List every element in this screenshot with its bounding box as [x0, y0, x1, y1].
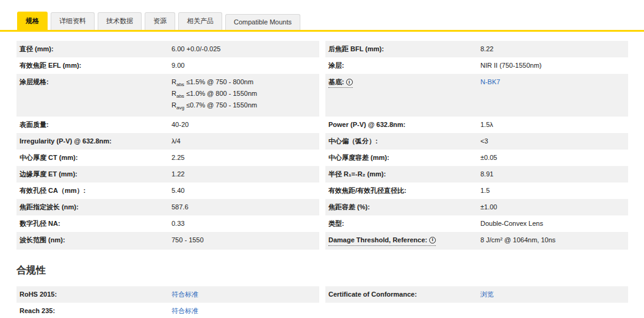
spec-value: ±1.00	[480, 199, 628, 215]
spec-value: 1.5	[480, 182, 628, 199]
spec-value: <3	[480, 133, 628, 150]
spec-label: 有效焦距 EFL (mm):	[16, 57, 172, 74]
spec-value: ±0.05	[480, 150, 628, 166]
spec-value: 5.40	[172, 182, 319, 199]
info-icon[interactable]	[429, 237, 436, 244]
spec-row-wavelength-range: 波长范围 (nm): 750 - 1550 Damage Threshold, …	[16, 232, 628, 250]
spec-label: Irregularity (P-V) @ 632.8nm:	[16, 133, 172, 150]
spec-label: 焦距指定波长 (nm):	[16, 199, 172, 215]
reach-compliant-link[interactable]: 符合标准	[172, 307, 198, 314]
spec-row-clear-aperture: 有效孔径 CA（mm）: 5.40 有效焦距/有效孔径直径比: 1.5	[16, 182, 628, 199]
spec-label: 后焦距 BFL (mm):	[325, 41, 480, 57]
spec-row-irregularity: Irregularity (P-V) @ 632.8nm: λ/4 中心偏（弧分…	[16, 133, 628, 150]
spec-value: 9.00	[172, 57, 319, 74]
spec-label: 有效孔径 CA（mm）:	[16, 182, 172, 199]
spec-row-surface-quality: 表面质量: 40-20 Power (P-V) @ 632.8nm: 1.5λ	[16, 117, 628, 133]
tab-resources[interactable]: 资源	[145, 12, 175, 30]
tab-details[interactable]: 详细资料	[51, 12, 95, 30]
tab-specs[interactable]: 规格	[17, 12, 48, 30]
spec-label: 涂层规格:	[16, 74, 172, 90]
spec-label: Power (P-V) @ 632.8nm:	[325, 117, 480, 133]
certificate-view-link[interactable]: 浏览	[480, 291, 494, 298]
rohs-compliant-link[interactable]: 符合标准	[172, 291, 198, 298]
spec-value: λ/4	[172, 133, 319, 150]
compliance-heading: 合规性	[16, 264, 644, 277]
spec-row-diameter: 直径 (mm): 6.00 +0.0/-0.025 后焦距 BFL (mm): …	[16, 41, 628, 57]
spec-label: Reach 235:	[16, 303, 172, 318]
spec-value: 8.91	[480, 166, 628, 182]
spec-value: 1.22	[172, 166, 319, 182]
damage-threshold-tooltip-trigger[interactable]: Damage Threshold, Reference:	[328, 236, 436, 246]
spec-label: 直径 (mm):	[16, 41, 172, 57]
substrate-tooltip-trigger[interactable]: 基底:	[328, 78, 353, 88]
tab-bar: 规格 详细资料 技术数据 资源 相关产品 Compatible Mounts	[0, 0, 644, 32]
spec-label: 焦距容差 (%):	[325, 199, 480, 215]
tab-compatible-mounts[interactable]: Compatible Mounts	[225, 14, 300, 30]
spec-value: 6.00 +0.0/-0.025	[172, 41, 319, 57]
spec-label: Certificate of Conformance:	[325, 286, 480, 303]
compliance-row-rohs: RoHS 2015: 符合标准 Certificate of Conforman…	[16, 286, 628, 303]
spec-label: Damage Threshold, Reference:	[328, 236, 427, 245]
spec-value: Double-Convex Lens	[480, 215, 628, 232]
compliance-table: RoHS 2015: 符合标准 Certificate of Conforman…	[16, 286, 628, 318]
spec-row-center-thickness: 中心厚度 CT (mm): 2.25 中心厚度容差 (mm): ±0.05	[16, 150, 628, 166]
spec-row-design-wavelength: 焦距指定波长 (nm): 587.6 焦距容差 (%): ±1.00	[16, 199, 628, 215]
spec-row-numerical-aperture: 数字孔径 NA: 0.33 类型: Double-Convex Lens	[16, 215, 628, 232]
specifications-table: 直径 (mm): 6.00 +0.0/-0.025 后焦距 BFL (mm): …	[16, 41, 628, 250]
spec-label: 数字孔径 NA:	[16, 215, 172, 232]
spec-label: 中心偏（弧分）:	[325, 133, 480, 150]
spec-value: Rabs ≤1.5% @ 750 - 800nmRabs ≤1.0% @ 800…	[172, 74, 319, 117]
spec-label: 基底:	[328, 78, 344, 87]
spec-value: 0.33	[172, 215, 319, 232]
spec-value: 40-20	[172, 117, 319, 133]
compliance-row-reach: Reach 235: 符合标准	[16, 303, 628, 318]
spec-value: 750 - 1550	[172, 232, 319, 248]
spec-value: NIR II (750-1550nm)	[480, 57, 628, 74]
spec-label: 半径 R₁=-R₂ (mm):	[325, 166, 480, 182]
spec-row-efl: 有效焦距 EFL (mm): 9.00 涂层: NIR II (750-1550…	[16, 57, 628, 74]
empty-cell	[325, 303, 628, 318]
spec-label: 涂层:	[325, 57, 480, 74]
spec-label: 类型:	[325, 215, 480, 232]
spec-row-coating-spec: 涂层规格: Rabs ≤1.5% @ 750 - 800nmRabs ≤1.0%…	[16, 74, 628, 117]
spec-label: 边缘厚度 ET (mm):	[16, 166, 172, 182]
spec-label: 中心厚度 CT (mm):	[16, 150, 172, 166]
spec-value: 8 J/cm² @ 1064nm, 10ns	[480, 232, 628, 248]
tab-technical-data[interactable]: 技术数据	[98, 12, 142, 30]
info-icon[interactable]	[346, 79, 353, 85]
spec-value: 587.6	[172, 199, 319, 215]
spec-label: 有效焦距/有效孔径直径比:	[325, 182, 480, 199]
spec-value: 8.22	[480, 41, 628, 57]
spec-label: 表面质量:	[16, 117, 172, 133]
spec-label: 波长范围 (nm):	[16, 232, 172, 248]
substrate-link[interactable]: N-BK7	[480, 78, 500, 85]
spec-label: RoHS 2015:	[16, 286, 172, 303]
spec-label: 中心厚度容差 (mm):	[325, 150, 480, 166]
spec-value: 1.5λ	[480, 117, 628, 133]
tab-related-products[interactable]: 相关产品	[178, 12, 222, 30]
spec-value: 2.25	[172, 150, 319, 166]
spec-row-edge-thickness: 边缘厚度 ET (mm): 1.22 半径 R₁=-R₂ (mm): 8.91	[16, 166, 628, 182]
